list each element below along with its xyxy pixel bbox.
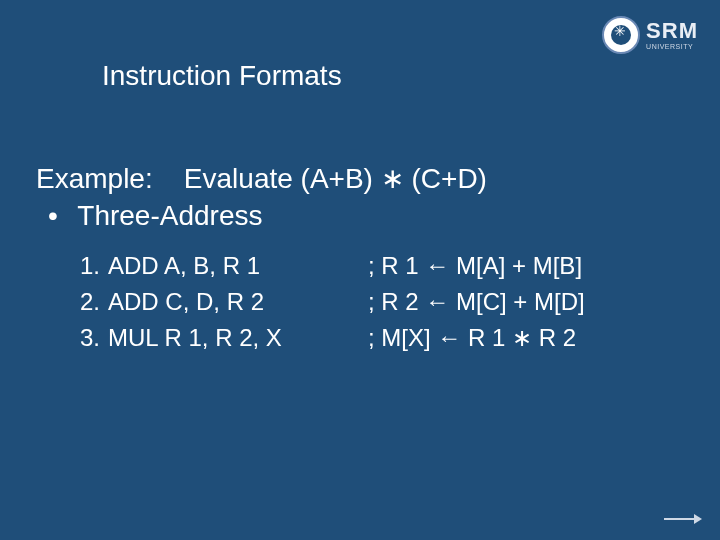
comment: ; R 1 ← M[A] + M[B] [368,248,582,284]
logo-subtitle: UNIVERSITY [646,43,698,50]
subtopic-row: • Three-Address [36,200,262,232]
line-number: 1. [80,248,108,284]
subtopic-label: Three-Address [77,200,262,231]
instruction: ADD C, D, R 2 [108,284,368,320]
example-expression: Evaluate (A+B) ∗ (C+D) [184,163,487,194]
bullet-icon: • [36,200,70,232]
code-line: 2. ADD C, D, R 2 ; R 2 ← M[C] + M[D] [80,284,585,320]
instruction: ADD A, B, R 1 [108,248,368,284]
logo-seal-icon [602,16,640,54]
slide-title: Instruction Formats [102,60,342,92]
code-line: 3. MUL R 1, R 2, X ; M[X] ← R 1 ∗ R 2 [80,320,585,356]
logo-seal-inner-icon [611,25,631,45]
line-number: 3. [80,320,108,356]
logo-main-text: SRM [646,20,698,42]
comment: ; M[X] ← R 1 ∗ R 2 [368,320,576,356]
line-number: 2. [80,284,108,320]
svg-marker-1 [694,514,702,524]
code-line: 1. ADD A, B, R 1 ; R 1 ← M[A] + M[B] [80,248,585,284]
next-arrow-icon[interactable] [664,512,702,526]
instruction: MUL R 1, R 2, X [108,320,368,356]
comment: ; R 2 ← M[C] + M[D] [368,284,585,320]
code-block: 1. ADD A, B, R 1 ; R 1 ← M[A] + M[B] 2. … [80,248,585,356]
example-line: Example: Evaluate (A+B) ∗ (C+D) [36,162,487,195]
example-label: Example: [36,163,153,194]
brand-logo: SRM UNIVERSITY [602,16,698,54]
logo-text: SRM UNIVERSITY [646,20,698,50]
